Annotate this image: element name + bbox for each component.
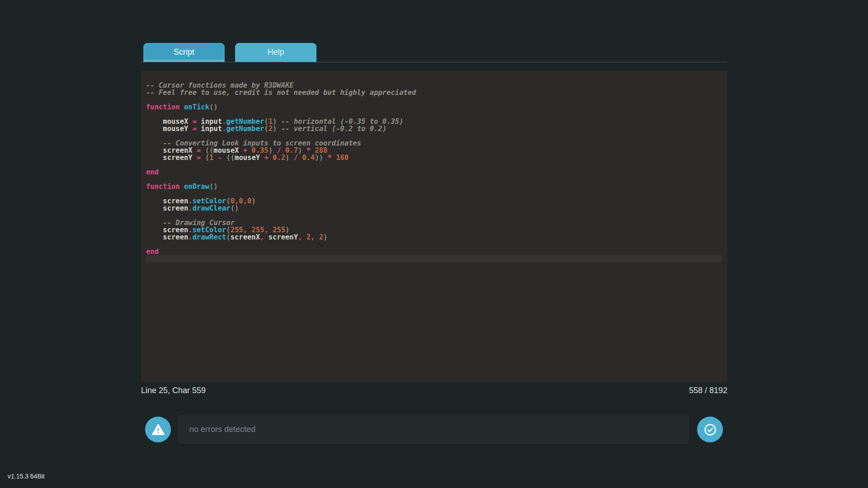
code-line[interactable]: screenY = (1 - ((mouseY + 0.2) / 0.4)) *… — [146, 154, 722, 161]
code-line[interactable] — [146, 111, 722, 118]
error-message-box: no errors detected — [177, 414, 690, 445]
code-line[interactable] — [146, 212, 722, 219]
code-line[interactable]: mouseX = input.getNumber(1) -- horizonta… — [146, 118, 722, 125]
code-line[interactable]: end — [146, 169, 722, 176]
code-line[interactable] — [146, 241, 722, 248]
code-line[interactable] — [146, 96, 722, 103]
code-line[interactable]: screen.setColor(0,0,0) — [146, 197, 722, 205]
code-line[interactable]: screen.setColor(255, 255, 255) — [146, 226, 722, 234]
code-line[interactable]: screen.drawRect(screenX, screenY, 2, 2) — [146, 234, 722, 241]
code-line[interactable] — [146, 190, 722, 197]
code-line-current[interactable] — [146, 255, 722, 263]
code-line[interactable]: function onDraw() — [146, 183, 722, 190]
code-line[interactable]: screen.drawClear() — [146, 205, 722, 212]
confirm-button[interactable] — [697, 417, 723, 442]
code-line[interactable]: function onTick() — [146, 103, 722, 111]
char-count: 558 / 8192 — [689, 386, 727, 395]
code-line[interactable]: screenX = ((mouseX + 0.35) / 0.7) * 288 — [146, 147, 722, 154]
version-label: v1.15.3 64Bit — [8, 473, 45, 480]
code-line[interactable]: mouseY = input.getNumber(2) -- vertical … — [146, 125, 722, 132]
code-line[interactable]: -- Feel free to use, credit is not neede… — [146, 89, 722, 96]
code-line[interactable] — [146, 161, 722, 169]
check-circle-icon — [703, 422, 717, 437]
tab-help[interactable]: Help — [235, 43, 316, 62]
error-message: no errors detected — [189, 425, 255, 434]
code-line[interactable] — [146, 176, 722, 183]
warning-triangle-icon — [151, 422, 165, 437]
tab-script[interactable]: Script — [143, 43, 225, 62]
code-line[interactable] — [146, 132, 722, 140]
code-content[interactable]: -- Cursor functions made by R3DWAKE-- Fe… — [141, 71, 727, 263]
tab-bar: Script Help — [141, 43, 727, 62]
code-editor[interactable]: -- Cursor functions made by R3DWAKE-- Fe… — [141, 71, 727, 382]
status-row: Line 25, Char 559 558 / 8192 — [141, 386, 727, 395]
code-line[interactable]: -- Drawing Cursor — [146, 219, 722, 226]
code-line[interactable]: end — [146, 248, 722, 255]
code-line[interactable]: -- Converting Look inputs to screen coor… — [146, 140, 722, 147]
warning-button[interactable] — [145, 417, 171, 442]
cursor-position: Line 25, Char 559 — [141, 386, 206, 395]
code-line[interactable]: -- Cursor functions made by R3DWAKE — [146, 82, 722, 89]
